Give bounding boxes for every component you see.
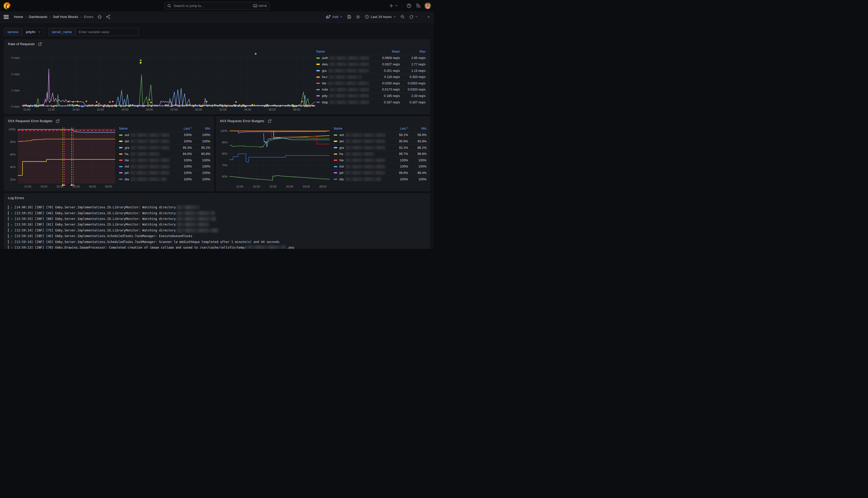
legend-row[interactable]: inde0.0173 req/s0.0333 req/s [316,87,426,93]
news-rss-icon[interactable] [415,3,420,8]
legend-row[interactable]: hle100%100% [119,157,211,163]
5xx-error-budget-chart[interactable]: 20%40%60%80%100%12:0016:0020:0000:0004:0… [5,125,118,189]
refresh-picker[interactable] [409,15,418,19]
legend-row[interactable]: del100%100% [119,138,211,144]
external-link-icon[interactable] [38,42,42,46]
log-expand-icon[interactable]: › [11,240,12,244]
new-button[interactable] [389,4,398,8]
legend-series-name[interactable]: gra [334,145,386,150]
log-expand-icon[interactable]: › [11,245,12,249]
legend-column-min[interactable]: Min [408,127,427,130]
legend-series-name[interactable]: hle [316,81,370,86]
legend-series-name[interactable]: ldap [316,100,370,104]
save-dashboard-icon[interactable] [347,15,351,19]
legend-series-name[interactable]: aut [334,133,386,137]
log-row[interactable]: ›[13:59:14] [INF] [75] Emby.Server.Imple… [8,227,427,233]
breadcrumb-item[interactable]: Errors [84,15,93,19]
log-expand-icon[interactable]: › [11,217,12,221]
legend-column-min[interactable]: Min [192,127,210,130]
legend-column-max[interactable]: Max [400,50,426,53]
log-expand-icon[interactable]: › [11,222,12,227]
legend-row[interactable]: ha.84.6%80.8% [119,150,211,157]
log-row[interactable]: ›[13:59:14] [INF] [45] Emby.Server.Imple… [8,239,427,245]
external-link-icon[interactable] [268,119,271,123]
legend-series-name[interactable]: delu [316,62,370,66]
grafana-logo[interactable] [4,2,11,9]
legend-row[interactable]: delu0.0327 req/s2.77 req/s [316,61,426,67]
menu-toggle-icon[interactable] [4,15,9,19]
legend-row[interactable]: jell99.6%98.4% [333,170,427,176]
legend-column-last[interactable]: Last * [170,127,192,130]
search-bar[interactable]: ctrl+k [164,2,270,10]
legend-row[interactable]: gra95.3%95.2% [119,144,211,151]
legend-series-name[interactable]: lda [334,177,386,181]
legend-series-name[interactable]: gra [316,68,370,73]
legend-series-name[interactable]: inde [316,88,370,92]
breadcrumb-item[interactable]: Home [14,15,23,19]
legend-row[interactable]: ha.t0.118 req/s0.333 req/s [316,74,426,80]
legend-series-name[interactable]: ind [334,165,386,169]
panel-header[interactable]: 5XX Requests Error Budgets [4,117,213,123]
legend-series-name[interactable]: lda [119,177,170,181]
dashboard-settings-icon[interactable] [356,15,360,19]
log-expand-icon[interactable]: › [11,211,12,215]
legend-series-name[interactable]: jell [334,171,386,175]
log-row[interactable]: ›[13:59:13] [INF] [70] Emby.Drawing.Imag… [8,245,427,249]
add-panel-button[interactable]: Add [326,15,343,19]
legend-column-last[interactable]: Last * [386,127,408,130]
legend-row[interactable]: gra92.2%86.2% [333,144,427,151]
legend-column-name[interactable]: Name [316,50,370,53]
log-row[interactable]: ›[13:59:25] [INF] [44] Emby.Server.Imple… [8,210,427,216]
legend-row[interactable]: lda100%100% [119,176,211,182]
log-expand-icon[interactable]: › [11,228,12,233]
log-row[interactable]: ›[14:00:10] [INF] [70] Emby.Server.Imple… [8,205,427,210]
legend-row[interactable]: hle100%100% [333,157,427,163]
legend-series-name[interactable]: hle [119,158,170,162]
panel-header[interactable]: Log Errors [4,194,430,200]
legend-series-name[interactable]: ha. [334,152,386,156]
zoom-out-icon[interactable] [400,15,405,19]
legend-row[interactable]: jell100%100% [119,170,211,176]
legend-row[interactable]: ldap0.167 req/s0.167 req/s [316,99,426,105]
legend-column-mean[interactable]: Mean [370,50,400,53]
log-expand-icon[interactable]: › [11,234,12,238]
breadcrumb-item[interactable]: Self Host Blocks [53,15,78,19]
user-avatar[interactable] [425,3,431,9]
legend-row[interactable]: hle0.0250 req/s0.0333 req/s [316,80,426,87]
legend-row[interactable]: aut100%100% [119,132,211,138]
share-icon[interactable] [106,15,110,19]
log-row[interactable]: ›[13:59:25] [INF] [80] Emby.Server.Imple… [8,216,427,222]
log-row[interactable]: ›[13:59:14] [INF] [45] Emby.Server.Imple… [8,233,427,239]
4xx-error-budget-chart[interactable]: 60%70%80%90%100%12:0016:0020:0000:0004:0… [217,125,332,189]
rate-of-requests-chart[interactable]: 0 req/s1 req/s2 req/s3 req/s10:0012:0014… [5,48,318,112]
server-name-variable-input[interactable] [76,28,139,36]
legend-row[interactable]: ha.99.7%99.6% [333,150,427,157]
log-row[interactable]: ›[13:59:16] [INF] [61] Emby.Server.Imple… [8,222,427,227]
time-range-picker[interactable]: Last 24 hours [365,15,396,19]
legend-series-name[interactable]: aut [119,133,170,137]
legend-column-name[interactable]: Name [334,127,386,130]
favorite-star-icon[interactable] [97,15,102,19]
legend-row[interactable]: ind100%100% [333,163,427,170]
service-variable-dropdown[interactable]: jellyfin [23,28,44,36]
help-icon[interactable] [406,3,411,8]
breadcrumb-item[interactable]: Dashboards [29,15,48,19]
legend-row[interactable]: ind100%100% [119,163,211,170]
legend-row[interactable]: auth0.0608 req/s2.85 req/s [316,55,426,61]
legend-row[interactable]: lda100%100% [333,176,427,182]
legend-series-name[interactable]: ha.t [316,75,370,79]
legend-series-name[interactable]: gra [119,145,170,150]
legend-row[interactable]: jelly0.185 req/s2.33 req/s [316,93,426,99]
legend-series-name[interactable]: ha. [119,152,170,156]
legend-row[interactable]: del95.9%93.9% [333,138,427,144]
search-input[interactable] [173,4,251,8]
legend-series-name[interactable]: del [334,139,386,143]
legend-series-name[interactable]: jell [119,171,170,175]
legend-series-name[interactable]: del [119,139,170,143]
legend-row[interactable]: gra0.201 req/s1.13 req/s [316,67,426,74]
legend-series-name[interactable]: ind [119,165,170,169]
legend-column-name[interactable]: Name [119,127,170,130]
panel-header[interactable]: 4XX Requests Error Budgets [216,117,430,123]
log-expand-icon[interactable]: › [11,205,12,210]
legend-series-name[interactable]: hle [334,158,386,162]
